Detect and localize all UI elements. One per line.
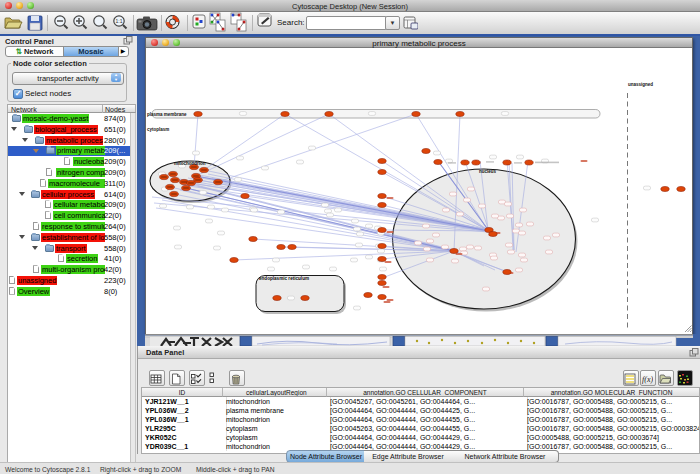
svg-text:mitochondrion: mitochondrion xyxy=(174,161,206,166)
svg-text:nucleus: nucleus xyxy=(479,169,497,174)
svg-text:1:1: 1:1 xyxy=(116,18,123,24)
svg-text:f(x): f(x) xyxy=(642,375,653,384)
svg-text:plasma membrane: plasma membrane xyxy=(147,112,187,117)
svg-text:unassigned: unassigned xyxy=(628,82,653,87)
svg-text:endoplasmic reticulum: endoplasmic reticulum xyxy=(259,276,309,281)
svg-text:cytoplasm: cytoplasm xyxy=(147,127,169,132)
